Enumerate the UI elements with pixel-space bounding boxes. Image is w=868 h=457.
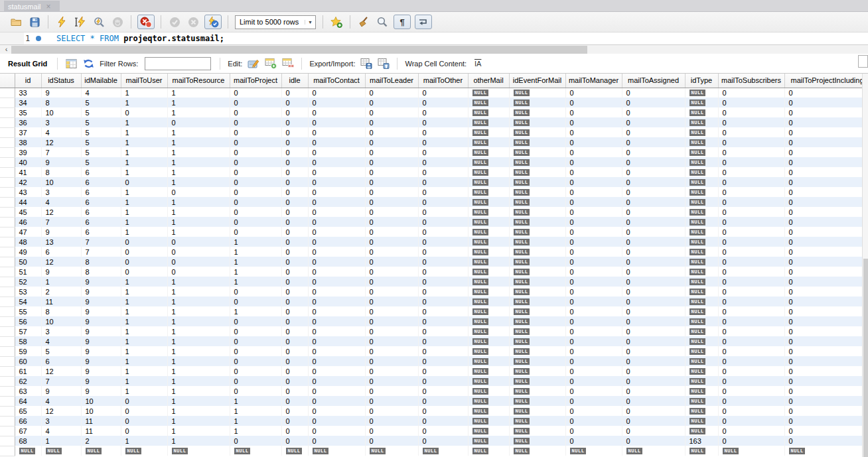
cell-mailToLeader[interactable]: 0 — [365, 177, 418, 187]
cell-mailToOther[interactable]: 0 — [418, 306, 468, 316]
cell-idStatus[interactable]: 4 — [41, 197, 81, 207]
execute-script-button[interactable] — [54, 15, 69, 29]
cell-mailToSubscribers[interactable]: 0 — [718, 316, 784, 326]
cell-mailToResource[interactable]: 1 — [167, 277, 230, 287]
cell-idle[interactable]: 0 — [281, 187, 308, 197]
cell-mailToProject[interactable]: 0 — [230, 227, 281, 237]
cell-mailToProject[interactable]: 1 — [230, 257, 281, 267]
cell-mailToContact[interactable]: 0 — [308, 277, 365, 287]
cell-mailToUser[interactable]: 1 — [121, 277, 167, 287]
cell-mailToProject[interactable]: 1 — [230, 406, 281, 416]
cell-mailToLeader[interactable]: 0 — [365, 287, 418, 296]
cell-idEventForMail[interactable]: NULL — [509, 386, 565, 396]
cell-otherMail[interactable]: NULL — [468, 416, 509, 426]
cell-mailToUser[interactable]: 1 — [121, 346, 167, 356]
save-button[interactable] — [27, 15, 42, 29]
cell-id[interactable]: 44 — [15, 197, 41, 207]
cell-idle[interactable]: 0 — [281, 346, 308, 356]
cell-idle[interactable]: 0 — [281, 376, 308, 386]
cell-mailToUser[interactable]: 1 — [121, 436, 167, 446]
limit-rows-dropdown[interactable]: Limit to 5000 rows ▼ — [235, 15, 316, 29]
cell-mailToContact[interactable]: 0 — [308, 107, 365, 117]
cell-mailToSubscribers[interactable]: 0 — [718, 326, 784, 336]
cell-idMailable[interactable]: 6 — [81, 217, 121, 227]
cell-idType[interactable]: NULL — [685, 326, 718, 336]
cell-mailToOther[interactable]: 0 — [418, 346, 468, 356]
cell-idType[interactable]: NULL — [685, 177, 718, 187]
cell-mailToLeader[interactable]: 0 — [365, 98, 418, 107]
cell-mailToAssigned[interactable]: 0 — [622, 127, 685, 137]
cell-mailToProjectIncludingF[interactable]: 0 — [784, 107, 868, 117]
cell-mailToAssigned[interactable]: 0 — [622, 336, 685, 346]
cell-idType[interactable]: NULL — [685, 187, 718, 197]
cell-mailToLeader[interactable]: 0 — [365, 336, 418, 346]
cell-mailToContact[interactable]: 0 — [308, 117, 365, 127]
cell-idEventForMail[interactable]: NULL — [509, 247, 565, 257]
cell-mailToProject[interactable]: 0 — [230, 157, 281, 167]
cell-mailToUser[interactable]: 0 — [121, 267, 167, 277]
row-selector[interactable] — [0, 117, 15, 127]
cell-mailToSubscribers[interactable]: 0 — [718, 426, 784, 436]
cell-otherMail[interactable]: NULL — [468, 157, 509, 167]
column-header-idType[interactable]: idType — [685, 74, 718, 88]
cell-mailToUser[interactable]: 0 — [121, 406, 167, 416]
cell-mailToProjectIncludingF[interactable]: 0 — [784, 267, 868, 277]
cell-mailToUser[interactable]: 1 — [121, 227, 167, 237]
cell-mailToManager[interactable]: 0 — [565, 187, 622, 197]
cell-idle[interactable]: 0 — [281, 167, 308, 177]
cell-mailToUser[interactable]: 1 — [121, 356, 167, 366]
cell-mailToSubscribers[interactable]: 0 — [718, 117, 784, 127]
cell-mailToSubscribers[interactable]: 0 — [718, 306, 784, 316]
cell-mailToUser[interactable]: 1 — [121, 167, 167, 177]
cell-mailToUser[interactable]: 1 — [121, 127, 167, 137]
row-selector[interactable] — [0, 356, 15, 366]
cell-idEventForMail[interactable]: NULL — [509, 396, 565, 406]
cell-mailToAssigned[interactable]: 0 — [622, 346, 685, 356]
cell-idStatus[interactable]: 9 — [41, 227, 81, 237]
cell-mailToSubscribers[interactable]: 0 — [718, 147, 784, 157]
cell-idType[interactable]: NULL — [685, 316, 718, 326]
commit-button[interactable] — [167, 15, 182, 29]
cell-mailToResource[interactable]: 0 — [167, 267, 230, 277]
cell-mailToProject[interactable]: 0 — [230, 107, 281, 117]
row-selector[interactable] — [0, 366, 15, 376]
cell-mailToResource[interactable]: 1 — [167, 336, 230, 346]
cell-mailToOther[interactable]: 0 — [418, 88, 468, 98]
cell-mailToOther[interactable]: 0 — [418, 267, 468, 277]
cell-idEventForMail[interactable]: NULL — [509, 366, 565, 376]
column-header-mailToContact[interactable]: mailToContact — [308, 74, 365, 88]
cell-idle[interactable]: 0 — [281, 287, 308, 296]
cell-id[interactable]: 50 — [15, 257, 41, 267]
cell-mailToManager[interactable]: 0 — [565, 416, 622, 426]
cell-mailToResource[interactable]: 1 — [167, 296, 230, 306]
cell-idStatus[interactable]: 9 — [41, 386, 81, 396]
cell-idType[interactable]: NULL — [685, 416, 718, 426]
cell-id[interactable]: 67 — [15, 426, 41, 436]
cell-mailToResource[interactable]: 1 — [167, 287, 230, 296]
cell-mailToProjectIncludingF[interactable]: 0 — [784, 137, 868, 147]
cell-mailToUser[interactable]: 1 — [121, 117, 167, 127]
cell-mailToLeader[interactable]: 0 — [365, 107, 418, 117]
cell-idle[interactable]: 0 — [281, 117, 308, 127]
cell-mailToLeader[interactable]: 0 — [365, 197, 418, 207]
cell-mailToUser[interactable]: 1 — [121, 306, 167, 316]
cell-mailToLeader[interactable]: 0 — [365, 326, 418, 336]
cell-idMailable[interactable]: 9 — [81, 306, 121, 316]
cell-idType[interactable]: NULL — [685, 346, 718, 356]
cell-idEventForMail[interactable]: NULL — [509, 257, 565, 267]
cell-mailToManager[interactable]: 0 — [565, 98, 622, 107]
cell-mailToOther[interactable]: 0 — [418, 406, 468, 416]
cell-id[interactable]: 68 — [15, 436, 41, 446]
cell-mailToAssigned[interactable]: 0 — [622, 107, 685, 117]
cell-idStatus[interactable]: 3 — [41, 117, 81, 127]
cell-mailToProjectIncludingF[interactable]: 0 — [784, 346, 868, 356]
cell-mailToProjectIncludingF[interactable]: 0 — [784, 207, 868, 217]
cell-mailToResource[interactable]: 1 — [167, 356, 230, 366]
cell-mailToManager[interactable]: 0 — [565, 257, 622, 267]
cell-idMailable[interactable]: 8 — [81, 267, 121, 277]
editor-horizontal-scrollbar[interactable]: ‹ — [0, 44, 868, 54]
cell-idle[interactable]: 0 — [281, 237, 308, 247]
cell-idEventForMail[interactable]: NULL — [509, 446, 565, 456]
cell-idMailable[interactable]: 7 — [81, 247, 121, 257]
side-panel-toggle[interactable] — [858, 55, 868, 68]
